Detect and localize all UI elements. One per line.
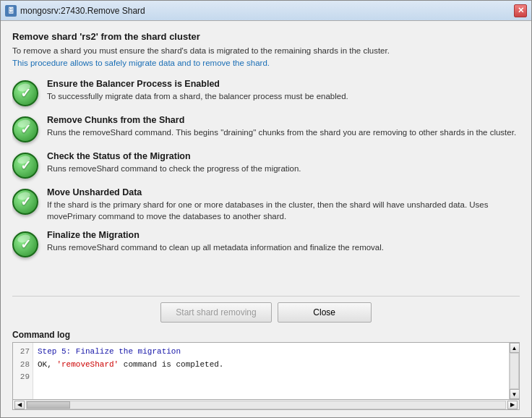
step-1: Ensure the Balancer Process is Enabled T… — [12, 79, 520, 108]
divider — [12, 296, 520, 297]
window-title: mongosrv:27430.Remove Shard — [20, 6, 514, 16]
log-content: Step 5: Finalize the migration OK, 'remo… — [33, 343, 509, 399]
step-3-content: Check the Status of the Migration Runs r… — [47, 151, 520, 175]
step-1-icon — [12, 80, 40, 108]
log-line-27: Step 5: Finalize the migration — [38, 346, 505, 359]
step-4: Move Unsharded Data If the shard is the … — [12, 187, 520, 223]
content-area: Remove shard 'rs2' from the shard cluste… — [1, 21, 531, 417]
main-title: Remove shard 'rs2' from the shard cluste… — [12, 31, 520, 42]
line-num-27: 27 — [16, 346, 30, 359]
line-numbers: 27 28 29 — [13, 343, 33, 399]
step-5-checkmark — [12, 231, 38, 257]
start-shard-removing-button[interactable]: Start shard removing — [160, 302, 271, 323]
command-log-section: Command log 27 28 29 Step 5: Finalize th… — [12, 330, 520, 410]
step-2-icon — [12, 116, 40, 144]
desc-line2: This procedure allows to safely migrate … — [12, 59, 270, 67]
scroll-right-button[interactable]: ▶ — [507, 401, 518, 409]
main-window: 🗄 mongosrv:27430.Remove Shard ✕ Remove s… — [0, 0, 532, 418]
step-4-icon — [12, 189, 40, 216]
log-quoted-text: 'removeShard' — [56, 360, 119, 369]
button-row: Start shard removing Close — [12, 302, 520, 323]
scroll-down-button[interactable]: ▼ — [510, 389, 520, 399]
log-line-29 — [38, 371, 505, 384]
step-3-title: Check the Status of the Migration — [47, 151, 520, 161]
step-3-icon — [12, 153, 40, 180]
step-3-desc: Runs removeShard command to check the pr… — [47, 163, 520, 175]
command-log-box: 27 28 29 Step 5: Finalize the migration … — [12, 342, 520, 400]
step-1-content: Ensure the Balancer Process is Enabled T… — [47, 79, 520, 103]
step-5-title: Finalize the Migration — [47, 230, 520, 240]
step-2-desc: Runs the removeShard command. This begin… — [47, 127, 520, 139]
main-description: To remove a shard you must ensure the sh… — [12, 45, 520, 70]
step-4-content: Move Unsharded Data If the shard is the … — [47, 187, 520, 223]
title-bar: 🗄 mongosrv:27430.Remove Shard ✕ — [1, 1, 531, 21]
step-1-desc: To successfully migrate data from a shar… — [47, 90, 520, 103]
step-4-desc: If the shard is the primary shard for on… — [47, 199, 520, 223]
header-section: Remove shard 'rs2' from the shard cluste… — [12, 31, 520, 79]
desc-line1: To remove a shard you must ensure the sh… — [12, 46, 390, 55]
step-5: Finalize the Migration Runs removeShard … — [12, 230, 520, 259]
scroll-thumb[interactable] — [27, 401, 70, 409]
scroll-up-button[interactable]: ▲ — [510, 343, 520, 353]
step-4-checkmark — [12, 189, 38, 215]
command-log-label: Command log — [12, 330, 520, 340]
steps-container: Ensure the Balancer Process is Enabled T… — [12, 79, 520, 291]
scroll-track-vertical[interactable] — [510, 353, 519, 389]
step-2-content: Remove Chunks from the Shard Runs the re… — [47, 115, 520, 139]
log-inner: 27 28 29 Step 5: Finalize the migration … — [13, 343, 519, 399]
scroll-left-button[interactable]: ◀ — [14, 401, 25, 409]
vertical-scrollbar[interactable]: ▲ ▼ — [509, 343, 519, 399]
step-3-checkmark — [12, 153, 38, 179]
scroll-track-horizontal[interactable] — [26, 401, 506, 409]
step-2-checkmark — [12, 116, 38, 142]
step-1-checkmark — [12, 80, 38, 106]
step-5-icon — [12, 231, 40, 259]
step-1-title: Ensure the Balancer Process is Enabled — [47, 79, 520, 89]
step-2: Remove Chunks from the Shard Runs the re… — [12, 115, 520, 144]
step-4-title: Move Unsharded Data — [47, 187, 520, 197]
line-num-29: 29 — [16, 371, 30, 384]
close-button[interactable]: Close — [278, 302, 372, 323]
step-2-title: Remove Chunks from the Shard — [47, 115, 520, 125]
step-5-desc: Runs removeShard command to clean up all… — [47, 242, 520, 254]
log-command-text: command is completed. — [119, 360, 223, 369]
window-close-button[interactable]: ✕ — [514, 4, 527, 17]
log-ok-text: OK, — [38, 360, 56, 369]
step-3: Check the Status of the Migration Runs r… — [12, 151, 520, 180]
horizontal-scrollbar[interactable]: ◀ ▶ — [12, 400, 520, 410]
log-line-28: OK, 'removeShard' command is completed. — [38, 359, 505, 372]
step-5-content: Finalize the Migration Runs removeShard … — [47, 230, 520, 254]
app-icon: 🗄 — [5, 5, 17, 17]
line-num-28: 28 — [16, 359, 30, 372]
